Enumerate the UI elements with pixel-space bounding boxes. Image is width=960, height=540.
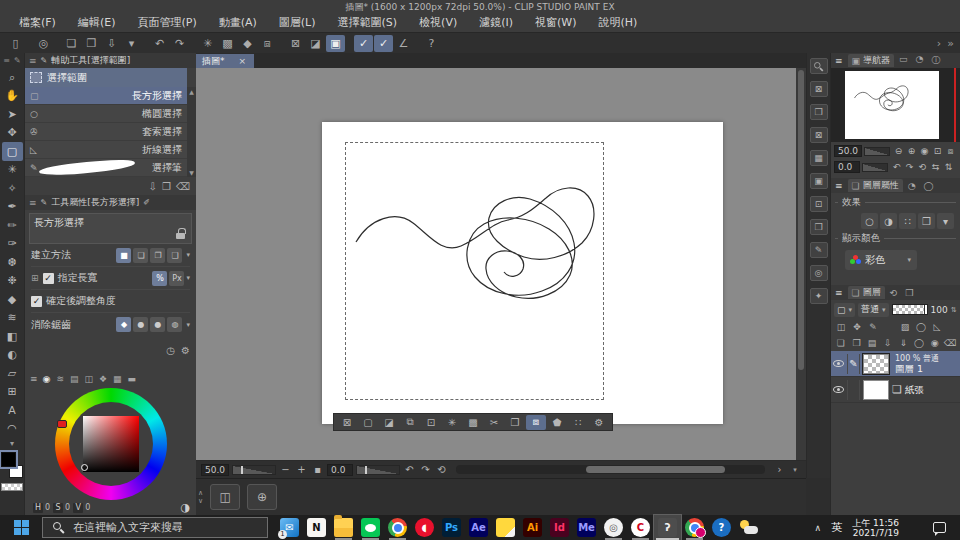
intermediate-color-tab[interactable]: ❖ (99, 374, 107, 384)
saturation-value-square[interactable] (83, 416, 139, 472)
scroll-right-button[interactable]: › (773, 463, 786, 476)
lock-icon[interactable] (176, 233, 185, 239)
draft-layer[interactable]: ✎ (866, 320, 880, 334)
material-color-pattern[interactable]: ❒ (810, 104, 828, 120)
reselect[interactable]: ▢ (358, 415, 378, 430)
new-selection[interactable]: ■ (116, 248, 131, 263)
close-icon[interactable]: × (239, 56, 247, 66)
zoom-tool[interactable]: ⌕ (2, 68, 23, 87)
layer-visibility-eye-icon[interactable] (833, 360, 844, 367)
scroll-down-icon[interactable]: ▼ (189, 169, 194, 176)
fit-to-screen[interactable]: ⊡ (931, 145, 944, 157)
flip-vertical[interactable]: ⇅ (942, 161, 955, 173)
subtool-item[interactable]: ✇ 套索選擇 (25, 123, 187, 141)
angle-checkbox[interactable]: ✓ (31, 296, 42, 307)
opacity-slider[interactable] (892, 304, 928, 315)
register-page[interactable]: ⊕ (247, 484, 277, 510)
item-bank-tab[interactable]: ◔ (916, 54, 924, 67)
stroke-tab[interactable]: ◯ (923, 181, 933, 191)
rotate-right[interactable]: ↷ (903, 161, 916, 173)
create-layer-mask[interactable]: ◯ (912, 336, 926, 350)
layer-menu-icon[interactable]: ≡ (835, 288, 843, 298)
chevron-down-icon[interactable]: ▾ (186, 321, 190, 329)
hand-tool[interactable]: ✋ (2, 87, 23, 106)
ruler-range[interactable]: ◺ (930, 320, 944, 334)
app-help[interactable]: ? (708, 515, 735, 540)
color-set-tab[interactable]: ▤ (70, 374, 79, 384)
subtool-group-header[interactable]: 選擇範圍 (25, 68, 187, 87)
airbrush-tool[interactable]: ❆ (2, 253, 23, 272)
snap-to-special-ruler[interactable]: ✓ (374, 35, 393, 52)
eraser-tool[interactable]: ◆ (2, 290, 23, 309)
layer-row[interactable]: ✎ 100 % 普通 圖層 1 (831, 351, 960, 377)
flip-horizontal[interactable]: ⇆ (929, 161, 942, 173)
opacity-value[interactable]: 100 (931, 305, 948, 315)
fit-to-window[interactable]: ⧈ (944, 145, 957, 157)
information-tab[interactable]: ⓘ (931, 54, 940, 67)
menu-item[interactable]: 說明(H) (588, 14, 649, 32)
menu-item[interactable]: 編輯(E) (67, 14, 127, 32)
new-raster-layer[interactable]: ❏ (834, 336, 848, 350)
navigator-zoom-slider[interactable] (864, 147, 890, 156)
toolbar-overflow[interactable]: » (947, 37, 954, 50)
menu-item[interactable]: 濾鏡(I) (468, 14, 524, 32)
gradient-tool[interactable]: ◐ (2, 346, 23, 365)
effect-chevron[interactable]: ▾ (937, 213, 954, 229)
invert-selection[interactable]: ◪ (379, 415, 399, 430)
subtool-detail-settings[interactable]: ⚙ (181, 345, 190, 356)
page-up-icon[interactable]: ∧ (198, 489, 203, 497)
fill-selection[interactable]: ⬟ (547, 415, 567, 430)
navigator-rotation-value[interactable]: 0.0 (834, 161, 860, 173)
subtool-tab-label[interactable]: 輔助工具[選擇範圍] (51, 54, 130, 67)
document-tab[interactable]: 插圖* × (196, 54, 254, 68)
zoom-in[interactable]: ⊕ (905, 145, 918, 157)
page-down-icon[interactable]: ∨ (198, 497, 203, 505)
layer-thumbnail[interactable] (863, 354, 889, 374)
material-history[interactable]: ✦ (810, 288, 828, 304)
zoom-value[interactable]: 50.0 (201, 464, 229, 476)
display-color-dropdown[interactable]: 彩色 ▾ (845, 250, 917, 270)
material-download[interactable]: ◎ (810, 265, 828, 281)
tab-layer-property[interactable]: ❏ 圖層屬性 (848, 179, 903, 192)
expand-icon[interactable]: ⊞ (31, 273, 39, 283)
layer-property-menu-icon[interactable]: ≡ (835, 181, 843, 191)
pen-tool[interactable]: ✒ (2, 198, 23, 217)
rotation-slider[interactable] (356, 465, 400, 475)
app-mail[interactable]: ✉ 1 (276, 515, 303, 540)
horizontal-scrollbar[interactable] (456, 465, 765, 474)
zoom-out[interactable]: ⊖ (892, 145, 905, 157)
pencil-tool[interactable]: ✏ (2, 216, 23, 235)
app-browser-red[interactable]: ◖ (411, 515, 438, 540)
cut-and-paste[interactable]: ✂ (484, 415, 504, 430)
app-chrome[interactable] (384, 515, 411, 540)
reference-layer[interactable]: ✥ (850, 320, 864, 334)
canvas-viewport[interactable]: ⊠▢◪⧉⊡✳▩✂❐⧈⬟∷⚙ (196, 68, 806, 460)
app-aftereffects[interactable]: Ae (465, 515, 492, 540)
color-wheel[interactable] (55, 388, 167, 500)
move-layer-tool[interactable]: ✥ (2, 124, 23, 143)
text-tool[interactable]: A (2, 401, 23, 420)
taskbar-clock[interactable]: 上午 11:56 2021/7/19 (852, 518, 899, 538)
enable-mask[interactable]: ◯ (914, 320, 928, 334)
main-color-swatch[interactable] (1, 452, 16, 467)
menu-item[interactable]: 選擇範圍(S) (327, 14, 409, 32)
unit-percent-button[interactable]: % (152, 271, 167, 286)
new-layer-folder[interactable]: ▤ (865, 336, 879, 350)
subtool-menu-icon[interactable]: ≡ (29, 56, 37, 66)
material-manga[interactable]: ▣ (810, 173, 828, 189)
color-wheel-tab[interactable]: ◉ (43, 374, 51, 384)
fit-button[interactable]: ▪ (311, 463, 324, 476)
approximate-color-tab[interactable]: ▦ (113, 374, 122, 384)
figure-tool[interactable]: ▱ (2, 364, 23, 383)
launcher-settings[interactable]: ⚙ (589, 415, 609, 430)
subtract-selection[interactable]: ❐ (150, 248, 165, 263)
add-selection[interactable]: ❏ (133, 248, 148, 263)
material-3d[interactable]: ❒ (810, 219, 828, 235)
new-vector-layer[interactable]: ❒ (850, 336, 864, 350)
expand-selection[interactable]: ⧉ (400, 415, 420, 430)
new-tone[interactable]: ∷ (568, 415, 588, 430)
status-bar-corner-chevron[interactable]: ▾ (789, 463, 801, 476)
auto-select-tool[interactable]: ✳ (2, 161, 23, 180)
layer-name[interactable]: 紙張 (905, 385, 924, 395)
layer-visibility-eye-icon[interactable] (833, 386, 844, 393)
